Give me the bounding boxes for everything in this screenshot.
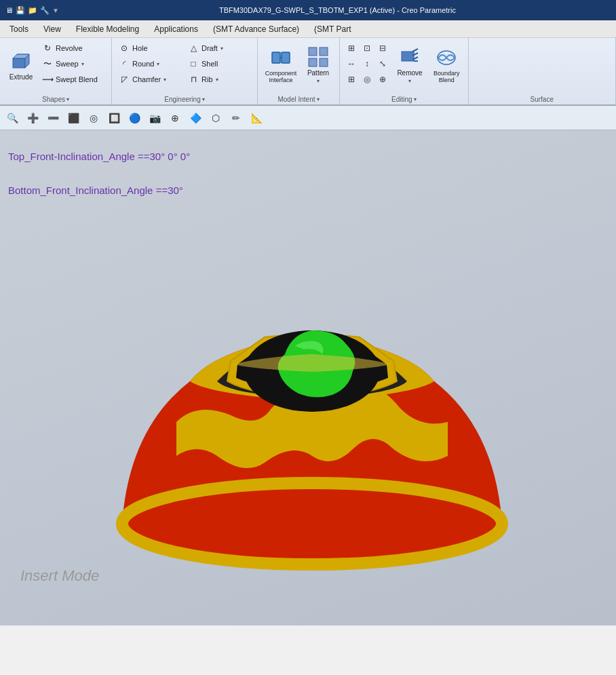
diamond-button[interactable]: 🔷: [186, 109, 205, 128]
sweep-button[interactable]: 〜 Sweep ▾: [39, 56, 107, 71]
hole-icon: ⊙: [119, 43, 130, 54]
edit-tool-4[interactable]: ↔: [344, 56, 359, 71]
edit-tool-7[interactable]: ⊞: [344, 72, 359, 87]
edit-tool-8[interactable]: ◎: [360, 72, 374, 87]
svg-rect-4: [282, 52, 290, 63]
menu-bar: Tools View Flexible Modeling Application…: [0, 20, 616, 38]
toolbar-strip: 🔍 ➕ ➖ ⬛ ◎ 🔲 🔵 📷 ⊕ 🔷 ⬡ ✏ 📐: [0, 106, 616, 130]
shell-label: Shell: [201, 60, 218, 68]
rib-arrow: ▾: [216, 77, 218, 83]
menu-tools[interactable]: Tools: [3, 22, 35, 36]
pattern-icon: [307, 46, 329, 68]
revolve-button[interactable]: ↻ Revolve: [39, 41, 107, 56]
revolve-label: Revolve: [56, 44, 83, 52]
zoom-in-button[interactable]: ➕: [23, 109, 42, 128]
draft-button[interactable]: △ Draft ▾: [185, 41, 253, 56]
boundary-blend-icon: [436, 47, 457, 69]
svg-rect-8: [309, 58, 317, 66]
sweep-label: Sweep: [56, 60, 79, 68]
measure-button[interactable]: 📐: [247, 109, 266, 128]
pattern-arrow: ▾: [317, 78, 320, 84]
cross-button[interactable]: ⊕: [166, 109, 185, 128]
camera-button[interactable]: 📷: [145, 109, 164, 128]
shell-icon: □: [188, 58, 199, 69]
view-box-button[interactable]: 🔲: [104, 109, 123, 128]
menu-smt-advance[interactable]: (SMT Advance Surface): [206, 22, 306, 36]
ribbon-group-shapes: Extrude ↻ Revolve 〜 Sweep ▾ ⟿ Swept Blen…: [0, 38, 112, 104]
swept-blend-icon: ⟿: [42, 74, 53, 85]
sweep-icon: 〜: [42, 58, 53, 69]
round-icon: ◜: [119, 58, 130, 69]
remove-button[interactable]: Remove ▾: [393, 41, 427, 90]
round-button[interactable]: ◜ Round ▾: [116, 56, 184, 71]
extrude-label: Extrude: [9, 73, 33, 81]
svg-rect-3: [272, 52, 280, 63]
sweep-arrow: ▾: [81, 61, 84, 67]
svg-rect-9: [320, 58, 328, 66]
menu-flexible-modeling[interactable]: Flexible Modeling: [69, 22, 146, 36]
component-interface-button[interactable]: ComponentInterface: [262, 41, 300, 90]
hole-label: Hole: [132, 44, 148, 52]
menu-smt-part[interactable]: (SMT Part: [307, 22, 358, 36]
model-intent-label: Model Intent ▾: [262, 96, 335, 103]
component-interface-label: ComponentInterface: [265, 70, 297, 83]
settings-icon[interactable]: 🔧: [40, 6, 50, 15]
pattern-label: Pattern: [307, 69, 329, 77]
chamfer-label: Chamfer: [132, 75, 161, 83]
round-arrow: ▾: [157, 61, 159, 67]
round-label: Round: [132, 60, 154, 68]
draw-button[interactable]: ✏: [227, 109, 246, 128]
zoom-out-button[interactable]: ➖: [43, 109, 62, 128]
shell-button[interactable]: □ Shell: [185, 56, 253, 71]
shapes-small-buttons: ↻ Revolve 〜 Sweep ▾ ⟿ Swept Blend: [39, 41, 107, 87]
edit-tool-5[interactable]: ↕: [360, 56, 374, 71]
open-icon[interactable]: 📁: [28, 6, 37, 15]
hex-button[interactable]: ⬡: [206, 109, 225, 128]
hole-button[interactable]: ⊙ Hole: [116, 41, 184, 56]
engineering-col1: ⊙ Hole ◜ Round ▾ ◸ Chamfer ▾: [116, 41, 184, 87]
edit-tool-3[interactable]: ⊟: [375, 41, 390, 56]
save-icon[interactable]: 💾: [16, 6, 25, 15]
zoom-fit-button[interactable]: 🔍: [3, 109, 22, 128]
ribbon-group-editing: ⊞ ⊡ ⊟ ↔ ↕ ⤡ ⊞ ◎ ⊕: [340, 38, 469, 104]
ribbon-group-model-intent: ComponentInterface Pattern ▾ Model Inten…: [258, 38, 340, 104]
edit-tool-2[interactable]: ⊡: [360, 41, 374, 56]
boundary-blend-label: BoundaryBlend: [434, 70, 460, 83]
engineering-expand[interactable]: ▾: [202, 96, 205, 102]
viewport[interactable]: Top_Front-Inclination_Angle ==30° 0° 0° …: [0, 130, 616, 625]
surface-label: Surface: [473, 96, 611, 103]
title-bar: 🖥 💾 📁 🔧 ▼ TBFM30DAX79_G-SWPL_S_TBOTM_EXP…: [0, 0, 616, 20]
rotate-button[interactable]: ◎: [84, 109, 103, 128]
editing-expand[interactable]: ▾: [414, 96, 417, 102]
model-intent-expand[interactable]: ▾: [317, 96, 320, 102]
title-icons: 🖥 💾 📁 🔧 ▼: [5, 6, 59, 15]
chamfer-button[interactable]: ◸ Chamfer ▾: [116, 72, 184, 87]
ribbon: Extrude ↻ Revolve 〜 Sweep ▾ ⟿ Swept Blen…: [0, 38, 616, 106]
rib-button[interactable]: ⊓ Rib ▾: [185, 72, 253, 87]
annotation-top: Top_Front-Inclination_Angle ==30° 0° 0°: [8, 151, 190, 162]
chamfer-arrow: ▾: [163, 77, 166, 83]
component-interface-icon: [270, 47, 292, 69]
edit-tool-9[interactable]: ⊕: [375, 72, 390, 87]
arrow-icon: ▼: [52, 7, 59, 14]
extrude-icon: [10, 50, 32, 72]
pan-button[interactable]: ⬛: [64, 109, 83, 128]
shapes-expand[interactable]: ▾: [66, 96, 69, 102]
menu-applications[interactable]: Applications: [147, 22, 205, 36]
extrude-button[interactable]: Extrude: [4, 41, 38, 90]
boundary-blend-button[interactable]: BoundaryBlend: [429, 41, 464, 90]
pattern-button[interactable]: Pattern ▾: [301, 41, 335, 90]
shapes-label: Shapes ▾: [4, 96, 107, 103]
edit-tool-6[interactable]: ⤡: [375, 56, 390, 71]
edit-tool-1[interactable]: ⊞: [344, 41, 359, 56]
svg-line-11: [412, 49, 418, 52]
ribbon-group-surface: Surface: [469, 38, 616, 104]
engineering-label: Engineering ▾: [116, 96, 253, 103]
sphere-view-button[interactable]: 🔵: [125, 109, 144, 128]
menu-view[interactable]: View: [37, 22, 68, 36]
swept-blend-label: Swept Blend: [56, 75, 98, 83]
remove-arrow: ▾: [408, 78, 411, 84]
swept-blend-button[interactable]: ⟿ Swept Blend: [39, 72, 107, 87]
draft-label: Draft: [201, 44, 218, 52]
remove-icon: [399, 46, 421, 68]
